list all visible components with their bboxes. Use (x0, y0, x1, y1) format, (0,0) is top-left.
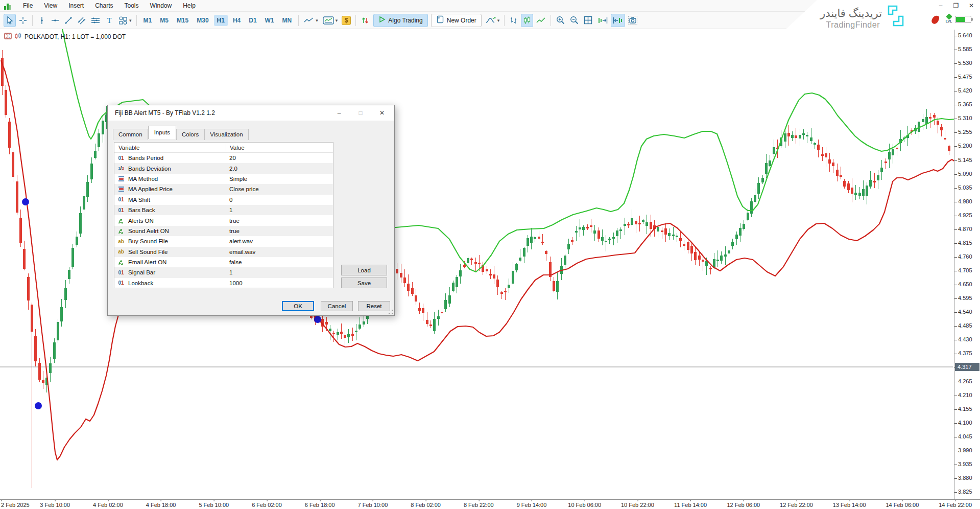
menu-item-help[interactable]: Help (177, 1, 201, 10)
variable-value[interactable]: true (226, 228, 240, 234)
equidistant-channel-tool-button[interactable] (76, 14, 88, 27)
objects-button[interactable]: ▾ (484, 14, 501, 27)
input-row-ma-shift[interactable]: 01MA Shift0 (114, 195, 333, 205)
window-restore-button[interactable]: ❐ (951, 2, 961, 9)
crosshair-tool-button[interactable] (17, 14, 29, 27)
variable-name: Buy Sound File (128, 238, 168, 244)
trendline-tool-button[interactable] (62, 14, 75, 27)
tab-visualization[interactable]: Visualization (204, 129, 248, 140)
chevron-down-icon[interactable]: ▾ (316, 18, 318, 23)
vertical-line-tool-button[interactable] (36, 14, 48, 27)
variable-value[interactable]: Close price (226, 186, 259, 192)
timeframe-h4-button[interactable]: H4 (230, 15, 244, 26)
menu-item-window[interactable]: Window (145, 1, 178, 10)
indicators-button[interactable]: ▾ (302, 14, 320, 27)
variable-value[interactable]: false (226, 259, 242, 265)
timeframe-w1-button[interactable]: W1 (262, 15, 277, 26)
zoom-out-button[interactable] (568, 14, 581, 27)
input-row-bars-back[interactable]: 01Bars Back1 (114, 205, 333, 215)
input-row-ma-applied-price[interactable]: MA Applied PriceClose price (114, 184, 333, 194)
save-button[interactable]: Save (341, 277, 387, 288)
window-minimize-button[interactable]: – (936, 2, 945, 9)
variable-value[interactable]: true (226, 218, 240, 224)
tab-common[interactable]: Common (113, 129, 148, 140)
tab-inputs[interactable]: Inputs (148, 126, 176, 139)
menu-item-file[interactable]: File (17, 1, 38, 10)
variable-value[interactable]: 0 (226, 197, 232, 203)
input-row-sell-sound-file[interactable]: abSell Sound Fileemail.wav (114, 247, 333, 257)
timeframe-m5-button[interactable]: M5 (157, 15, 172, 26)
input-row-email-alert-on[interactable]: Email Alert ONfalse (114, 257, 333, 267)
lvl-icon: LVL (944, 14, 953, 23)
variable-value[interactable]: Simple (226, 176, 247, 182)
timeframe-h1-button[interactable]: H1 (214, 15, 228, 26)
tradingfinder-logo-icon (887, 5, 905, 29)
input-row-sound-aelrt-on[interactable]: Sound Aelrt ONtrue (114, 226, 333, 236)
window-close-button[interactable]: ✕ (967, 2, 976, 9)
text-tool-tool-button[interactable]: T (103, 14, 115, 27)
input-row-signal-bar[interactable]: 01Signal Bar1 (114, 267, 333, 277)
variable-value[interactable]: 2.0 (226, 166, 237, 172)
menu-item-view[interactable]: View (38, 1, 63, 10)
input-row-ma-method[interactable]: MA MethodSimple (114, 174, 333, 184)
depth-of-market-icon[interactable] (4, 33, 12, 41)
chevron-down-icon[interactable]: ▾ (497, 18, 500, 23)
chevron-down-icon[interactable]: ▾ (129, 18, 132, 23)
input-row-lookback[interactable]: 01Lookback1000 (114, 278, 333, 288)
variable-value[interactable]: 20 (226, 155, 236, 161)
cursor-tool-button[interactable] (4, 14, 16, 27)
timeframe-m1-button[interactable]: M1 (140, 15, 155, 26)
timeframe-mn-button[interactable]: MN (279, 15, 295, 26)
timeframe-d1-button[interactable]: D1 (246, 15, 259, 26)
algo-trading-button[interactable]: Algo Trading (373, 14, 427, 27)
price-axis[interactable]: 4.317 5.6405.5855.5305.4755.4205.3655.31… (954, 29, 980, 499)
tile-windows-button[interactable] (582, 14, 594, 27)
dialog-minimize-button[interactable]: – (328, 105, 350, 121)
screenshot-button[interactable] (626, 14, 639, 27)
load-button[interactable]: Load (341, 265, 387, 275)
input-row-bands-period[interactable]: 01Bands Period20 (114, 153, 333, 163)
column-header-value[interactable]: Value (226, 144, 245, 151)
tab-colors[interactable]: Colors (176, 129, 204, 140)
wave-lines-tool-button[interactable] (89, 14, 102, 27)
variable-value[interactable]: email.wav (226, 249, 255, 255)
auto-scroll-button[interactable] (611, 14, 625, 27)
chevron-down-icon[interactable]: ▾ (336, 18, 338, 23)
variable-value[interactable]: 1000 (226, 280, 243, 286)
reset-button[interactable]: Reset (358, 301, 390, 311)
indicator-window-button[interactable]: ▾ (321, 14, 340, 27)
shapes-tool-button[interactable]: ▾ (116, 14, 133, 27)
bar-chart-mode-button[interactable] (508, 14, 520, 27)
line-chart-mode-button[interactable] (534, 14, 547, 27)
dialog-titlebar[interactable]: Fiji BB Alert MT5 - By TFlab V1.2 1.2 – … (108, 105, 394, 121)
menu-item-charts[interactable]: Charts (89, 1, 118, 10)
input-row-buy-sound-file[interactable]: abBuy Sound Filealert.wav (114, 236, 333, 246)
chart-shift-button[interactable] (595, 14, 610, 27)
column-header-variable[interactable]: Variable (114, 145, 226, 151)
symbol-properties-icon[interactable] (14, 33, 22, 41)
dialog-close-button[interactable]: ✕ (371, 105, 393, 121)
variable-name: Sell Sound File (128, 249, 168, 255)
currency-button[interactable]: $ (340, 14, 352, 27)
timeframe-m30-button[interactable]: M30 (194, 15, 211, 26)
horizontal-line-tool-button[interactable] (49, 14, 61, 27)
variable-value[interactable]: 1 (226, 269, 232, 275)
input-row-bands-deviation[interactable]: 1/2Bands Deviation2.0 (114, 163, 333, 173)
cancel-button[interactable]: Cancel (321, 301, 353, 311)
variable-value[interactable]: alert.wav (226, 238, 253, 244)
zoom-in-button[interactable] (554, 14, 567, 27)
ok-button[interactable]: OK (282, 301, 314, 311)
time-tick-label: 6 Feb 02:00 (252, 502, 282, 508)
candle-chart-mode-button[interactable] (521, 14, 533, 27)
time-axis[interactable]: 2 Feb 20253 Feb 10:004 Feb 02:004 Feb 18… (0, 499, 980, 509)
buy-sell-arrows-button[interactable] (359, 14, 371, 27)
menu-item-insert[interactable]: Insert (63, 1, 89, 10)
new-order-button[interactable]: New Order (431, 14, 482, 27)
timeframe-m15-button[interactable]: M15 (174, 15, 192, 26)
watermark-title-en: TradingFinder (826, 20, 880, 30)
tradingfinder-watermark: تریدینگ فایندر TradingFinder – ❐ ✕ LVL (785, 0, 980, 30)
variable-value[interactable]: 1 (226, 207, 232, 213)
input-row-alerts-on[interactable]: Alerts ONtrue (114, 215, 333, 225)
menu-item-tools[interactable]: Tools (119, 1, 145, 10)
resize-grip[interactable] (388, 309, 393, 314)
